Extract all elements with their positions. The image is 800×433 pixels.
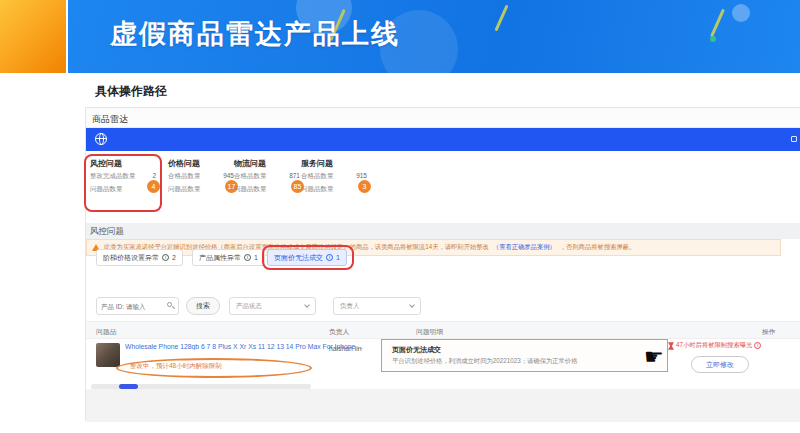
stats-panel-price[interactable]: 价格问题 合格品数量945 问题品数量 17 bbox=[168, 158, 236, 210]
table-row: Wholesale Phone 128gb 6 7 8 Plus X Xr Xs… bbox=[86, 339, 800, 385]
info-icon: i bbox=[754, 342, 761, 349]
tab-product-attr[interactable]: 产品属性异常 i 1 bbox=[192, 249, 265, 266]
col-header-problem-item: 问题品 bbox=[96, 327, 116, 337]
banner-deco-slash bbox=[494, 5, 508, 32]
info-icon: i bbox=[244, 254, 251, 261]
col-header-owner: 负责人 bbox=[329, 327, 349, 337]
panel-title: 价格问题 bbox=[168, 158, 200, 169]
col-header-issue-detail: 问题明细 bbox=[416, 327, 443, 337]
product-id-input[interactable] bbox=[101, 299, 163, 313]
product-status-select[interactable]: 产品状态 bbox=[229, 297, 316, 315]
tab-label: 产品属性异常 bbox=[199, 253, 241, 263]
issues-card: 阶梯价格设置异常 i 2 产品属性异常 i 1 页面价无法成交 i 1 此类为买… bbox=[86, 239, 800, 389]
stats-panel-logistics[interactable]: 物流问题 合格品数量871 问题品数量 85 bbox=[234, 158, 302, 210]
banner-deco-dot bbox=[710, 36, 716, 42]
tab-ladder-price[interactable]: 阶梯价格设置异常 i 2 bbox=[96, 249, 183, 266]
app-header: 商品雷达 bbox=[86, 108, 800, 128]
panel-title: 物流问题 bbox=[234, 158, 266, 169]
problem-count-badge: 3 bbox=[358, 180, 371, 193]
owner-name: haishan lin bbox=[329, 345, 362, 352]
search-icon bbox=[167, 302, 174, 309]
banner-deco-slash bbox=[710, 9, 725, 38]
stat-label: 合格品数量 bbox=[234, 172, 267, 179]
stat-value: 945 bbox=[223, 172, 234, 179]
stat-label: 问题品数量 bbox=[168, 185, 201, 192]
tab-label: 阶梯价格设置异常 bbox=[103, 253, 159, 263]
stats-panel-risk[interactable]: 风控问题 整改完成品数量2 问题品数量 4 bbox=[90, 158, 158, 210]
fix-now-button[interactable]: 立即修改 bbox=[691, 356, 749, 373]
nav-collapse-icon[interactable] bbox=[791, 136, 797, 142]
col-header-actions: 操作 bbox=[762, 327, 776, 337]
app-page-title: 商品雷达 bbox=[92, 113, 128, 126]
tab-count: 1 bbox=[254, 254, 258, 261]
select-value: 产品状态 bbox=[236, 302, 262, 311]
issue-detail-box: 页面价无法成交 平台识别途经价格，利润成立时间为20221023；请确保为正常价… bbox=[381, 339, 668, 372]
search-button[interactable]: 搜索 bbox=[186, 297, 220, 315]
stats-row: 风控问题 整改完成品数量2 问题品数量 4 价格问题 合格品数量945 问题品数… bbox=[86, 151, 800, 223]
table-header: 问题品 负责人 问题明细 操作 bbox=[86, 321, 800, 339]
banner-deco-circle bbox=[732, 4, 750, 22]
stat-label: 问题品数量 bbox=[301, 185, 334, 192]
stat-label: 整改完成品数量 bbox=[90, 172, 136, 179]
radar-globe-icon bbox=[95, 133, 107, 145]
panel-title: 服务问题 bbox=[301, 158, 333, 169]
hourglass-icon bbox=[668, 342, 674, 350]
deadline-warning: 47小时后将被限制搜索曝光 i bbox=[668, 341, 761, 350]
select-value: 负责人 bbox=[340, 302, 360, 311]
info-icon: i bbox=[162, 254, 169, 261]
stat-value: 871 bbox=[289, 172, 300, 179]
problem-count-badge: 4 bbox=[147, 180, 160, 193]
pointing-hand-icon: ☛ bbox=[644, 346, 664, 368]
tab-page-price[interactable]: 页面价无法成交 i 1 bbox=[267, 249, 347, 266]
panel-title: 风控问题 bbox=[90, 158, 122, 169]
product-status-text: 整改中，预计48小时内解除限制 bbox=[130, 362, 222, 371]
stat-value: 915 bbox=[356, 172, 367, 179]
section-title: 风控问题 bbox=[90, 226, 124, 238]
issue-description: 平台识别途经价格，利润成立时间为20221023；请确保为正常价格 bbox=[392, 357, 577, 366]
slide: 虚假商品雷达产品上线 具体操作路径 商品雷达 风控问题 整改完成品数量2 问题品… bbox=[0, 0, 800, 433]
owner-select[interactable]: 负责人 bbox=[333, 297, 421, 315]
warning-text-tail: ，否则商品将被搜索屏蔽。 bbox=[560, 243, 636, 252]
stat-label: 合格品数量 bbox=[301, 172, 334, 179]
chevron-down-icon bbox=[304, 302, 310, 308]
tab-label: 页面价无法成交 bbox=[274, 253, 323, 263]
app-nav-bar bbox=[86, 128, 800, 151]
section-divider bbox=[86, 223, 800, 239]
banner-orange-block bbox=[0, 0, 66, 73]
banner: 虚假商品雷达产品上线 bbox=[68, 0, 800, 73]
stat-label: 问题品数量 bbox=[90, 185, 123, 192]
stats-panel-service[interactable]: 服务问题 合格品数量915 问题品数量 3 bbox=[301, 158, 369, 210]
stat-label: 合格品数量 bbox=[168, 172, 201, 179]
app-bottom-area bbox=[86, 389, 800, 422]
subtitle: 具体操作路径 bbox=[95, 83, 167, 100]
warning-banner: 此类为买家承诺经平台近端识别途径价格（商家后台设置页面价格或成交最高价格设定）的… bbox=[86, 239, 781, 256]
app-screenshot: 商品雷达 风控问题 整改完成品数量2 问题品数量 4 价格问题 合格品数量945… bbox=[85, 107, 800, 421]
stat-value: 2 bbox=[152, 172, 156, 179]
chevron-down-icon bbox=[409, 302, 415, 308]
banner-title: 虚假商品雷达产品上线 bbox=[110, 16, 400, 52]
tab-count: 2 bbox=[172, 254, 176, 261]
deadline-warning-text: 47小时后将被限制搜索曝光 bbox=[676, 341, 752, 350]
product-id-search-field[interactable] bbox=[96, 297, 179, 315]
info-icon: i bbox=[326, 254, 333, 261]
warning-example-link[interactable]: （查看正确发品案例） bbox=[493, 243, 556, 252]
tab-count: 1 bbox=[336, 254, 340, 261]
issue-title: 页面价无法成交 bbox=[392, 345, 441, 355]
product-thumbnail bbox=[96, 343, 120, 367]
stat-label: 问题品数量 bbox=[234, 185, 267, 192]
